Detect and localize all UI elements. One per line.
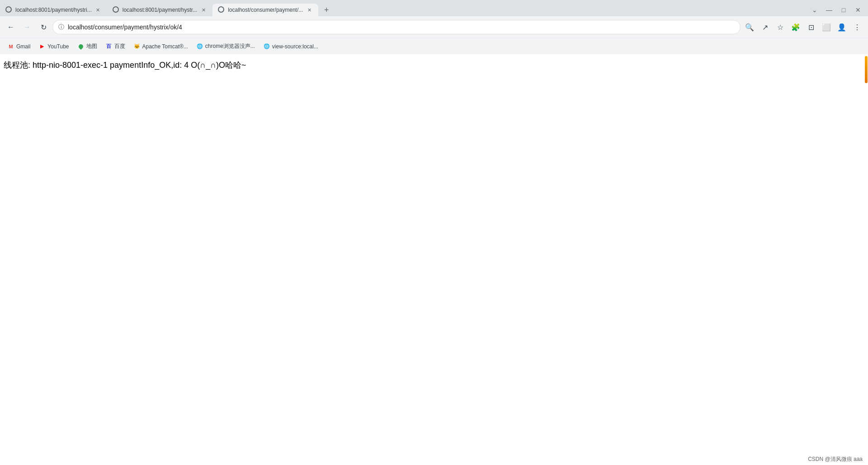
bookmark-tomcat[interactable]: 🐱 Apache Tomcat®...	[130, 41, 192, 52]
tomcat-favicon-icon: 🐱	[133, 43, 141, 50]
tab1-title: localhost:8001/payment/hystri...	[15, 7, 92, 13]
address-bar-row: ← → ↻ ⓘ localhost/consumer/payment/hystr…	[0, 16, 868, 38]
close-window-button[interactable]: ✕	[852, 4, 864, 16]
address-bar-actions: 🔍 ↗ ☆ 🧩 ⊡ ⬜ 👤 ⋮	[742, 20, 864, 34]
search-button[interactable]: 🔍	[742, 20, 757, 34]
extensions-button[interactable]: 🧩	[788, 20, 803, 34]
new-tab-button[interactable]: +	[320, 4, 333, 16]
tab1-favicon	[5, 6, 13, 14]
bookmark-maps[interactable]: 地图	[74, 41, 101, 52]
tab2-favicon	[113, 6, 120, 14]
tab-3[interactable]: localhost/consumer/payment/... ✕	[212, 4, 318, 16]
bookmark-gmail[interactable]: M Gmail	[4, 41, 34, 52]
tab-2[interactable]: localhost:8001/payment/hystr... ✕	[107, 4, 212, 16]
tab-bar: localhost:8001/payment/hystri... ✕ local…	[0, 0, 868, 16]
maximize-button[interactable]: □	[837, 4, 850, 16]
tab2-close-button[interactable]: ✕	[200, 6, 207, 14]
bookmark-youtube[interactable]: ▶ YouTube	[35, 41, 72, 52]
bottom-bar: CSDN @清风微痕 aaa	[802, 454, 868, 465]
gmail-favicon-icon: M	[7, 43, 14, 50]
bookmark-youtube-label: YouTube	[47, 43, 69, 50]
tab-bar-right: ⌄ — □ ✕	[808, 4, 868, 16]
scrollbar-thumb[interactable]	[865, 56, 868, 83]
bookmark-baidu[interactable]: 百 百度	[102, 41, 129, 52]
chrome-favicon-icon: 🌐	[196, 43, 203, 50]
forward-button[interactable]: →	[20, 20, 34, 34]
tab3-title: localhost/consumer/payment/...	[228, 7, 303, 13]
address-bar[interactable]: ⓘ localhost/consumer/payment/hystrix/ok/…	[52, 20, 741, 34]
bookmark-viewsource-label: view-source:local...	[272, 43, 318, 50]
lock-icon: ⓘ	[58, 23, 64, 31]
tab1-close-button[interactable]: ✕	[94, 6, 102, 14]
share-button[interactable]: ↗	[758, 20, 772, 34]
bookmark-gmail-label: Gmail	[16, 43, 30, 50]
tab3-favicon	[218, 6, 225, 14]
page-text: 线程池: http-nio-8001-exec-1 paymentInfo_OK…	[4, 60, 864, 70]
maps-favicon-icon	[77, 43, 85, 50]
bookmark-tomcat-label: Apache Tomcat®...	[142, 43, 188, 50]
baidu-favicon-icon: 百	[105, 43, 113, 50]
refresh-button[interactable]: ↻	[36, 20, 51, 34]
profile-button[interactable]: 👤	[835, 20, 849, 34]
back-button[interactable]: ←	[4, 20, 18, 34]
bottom-bar-text: CSDN @清风微痕 aaa	[808, 456, 863, 463]
bookmark-chrome-label: chrome浏览器没声...	[205, 42, 255, 50]
scrollbar[interactable]	[864, 54, 868, 456]
tab-1[interactable]: localhost:8001/payment/hystri... ✕	[0, 4, 107, 16]
address-text: localhost/consumer/payment/hystrix/ok/4	[68, 23, 735, 31]
menu-button[interactable]: ⋮	[850, 20, 864, 34]
viewsource-favicon-icon: 🌐	[263, 43, 270, 50]
bookmark-viewsource[interactable]: 🌐 view-source:local...	[259, 41, 322, 52]
minimize-button[interactable]: —	[823, 4, 835, 16]
bookmarks-bar: M Gmail ▶ YouTube 地图 百 百度 🐱 A	[0, 38, 868, 54]
browser-chrome: localhost:8001/payment/hystri... ✕ local…	[0, 0, 868, 54]
youtube-favicon-icon: ▶	[38, 43, 46, 50]
bookmark-maps-label: 地图	[86, 42, 97, 50]
tab3-close-button[interactable]: ✕	[306, 6, 313, 14]
tab-groups-button[interactable]: ⊡	[804, 20, 818, 34]
bookmark-chrome[interactable]: 🌐 chrome浏览器没声...	[193, 41, 259, 52]
split-screen-button[interactable]: ⬜	[819, 20, 834, 34]
bookmark-baidu-label: 百度	[114, 42, 125, 50]
tab2-title: localhost:8001/payment/hystr...	[123, 7, 197, 13]
page-content: 线程池: http-nio-8001-exec-1 paymentInfo_OK…	[0, 54, 868, 76]
tab-search-icon[interactable]: ⌄	[808, 4, 821, 16]
bookmark-button[interactable]: ☆	[773, 20, 788, 34]
